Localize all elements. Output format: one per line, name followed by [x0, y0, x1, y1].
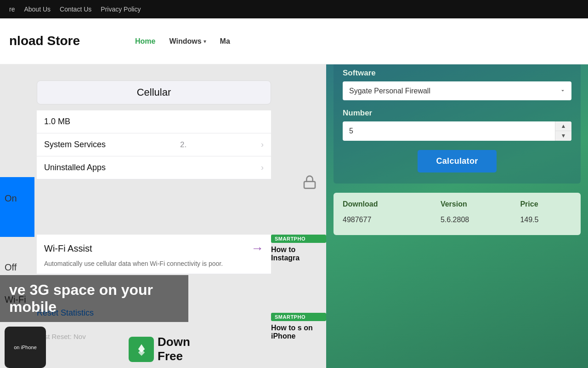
card1-title: How to Instagra: [271, 246, 326, 262]
toggle-bar: [0, 177, 34, 237]
results-table: Download Version Price 4987677 5.6.2808 …: [334, 193, 581, 235]
mini-logo-1: [129, 337, 154, 362]
nav-about-us[interactable]: About Us: [24, 6, 51, 13]
nav-windows-dropdown[interactable]: Windows ▾: [169, 37, 206, 46]
wifi-assist-row[interactable]: Wi-Fi Assist →: [37, 235, 271, 263]
decrement-button[interactable]: ▼: [555, 131, 571, 141]
number-input[interactable]: [343, 121, 571, 141]
col-download-header: Download: [343, 200, 441, 214]
nav-home[interactable]: Home: [135, 37, 155, 46]
page-headline: ve 3G space on your mobile: [0, 275, 188, 322]
data-usage-row: 1.0 MB: [37, 110, 271, 133]
iphone-label: on iPhone: [14, 345, 37, 350]
increment-button[interactable]: ▲: [555, 121, 571, 132]
card2-title: How to s on iPhone: [271, 324, 326, 340]
col-version-header: Version: [441, 200, 520, 214]
site-logo: nload Store: [9, 34, 80, 48]
top-navigation: re About Us Contact Us Privacy Policy: [0, 0, 588, 18]
chevron-right-icon: ›: [261, 163, 264, 172]
number-field-wrapper: ▲ ▼: [343, 121, 571, 141]
col-price-header: Price: [520, 200, 571, 214]
download-value: 4987677: [343, 214, 441, 226]
cellular-header: Cellular: [37, 80, 271, 104]
mini-brand-text: DownFree: [158, 335, 190, 363]
main-navigation: Home Windows ▾ Ma: [135, 37, 230, 46]
off-label: Off: [5, 262, 17, 273]
nav-privacy-policy[interactable]: Privacy Policy: [101, 6, 141, 13]
version-value: 5.6.2808: [441, 214, 520, 226]
on-label: On: [5, 193, 17, 204]
number-label: Number: [343, 109, 571, 118]
main-header: nload Store Home Windows ▾ Ma: [0, 18, 588, 64]
nav-mac[interactable]: Ma: [220, 37, 230, 46]
system-services-row[interactable]: System Services 2. ›: [37, 133, 271, 156]
bottom-logos: DownFree: [129, 335, 190, 363]
calculator-widget: Software Sygate Personal Firewall Number…: [334, 59, 581, 184]
nav-re[interactable]: re: [9, 6, 15, 13]
smartphone-card-1[interactable]: SMARTPHO How to Instagra: [271, 235, 326, 262]
price-value: 149.5: [520, 214, 571, 226]
lock-icon-area: [302, 175, 317, 190]
wifi-assist-description: Automatically use cellular data when Wi-…: [37, 260, 271, 274]
table-row: 4987677 5.6.2808 149.5: [343, 214, 571, 226]
svg-rect-0: [304, 182, 315, 189]
ios-screenshot-panel: Cellular 1.0 MB System Services 2. › Uni…: [0, 64, 326, 368]
nav-contact-us[interactable]: Contact Us: [60, 6, 91, 13]
arrow-right-icon: →: [251, 241, 264, 256]
uninstalled-apps-row[interactable]: Uninstalled Apps ›: [37, 156, 271, 179]
number-spinners: ▲ ▼: [555, 121, 571, 141]
chevron-down-icon: ▾: [204, 38, 206, 45]
calculator-button[interactable]: Calculator: [418, 150, 496, 172]
card1-tag: SMARTPHO: [271, 235, 326, 243]
iphone-thumbnail: on iPhone: [5, 327, 46, 368]
chevron-right-icon: ›: [261, 140, 264, 150]
card2-tag: SMARTPHO: [271, 313, 326, 321]
software-select[interactable]: Sygate Personal Firewall: [343, 81, 571, 100]
nav-windows[interactable]: Windows: [169, 37, 201, 46]
software-label: Software: [343, 69, 571, 78]
smartphone-card-2[interactable]: SMARTPHO How to s on iPhone: [271, 313, 326, 340]
